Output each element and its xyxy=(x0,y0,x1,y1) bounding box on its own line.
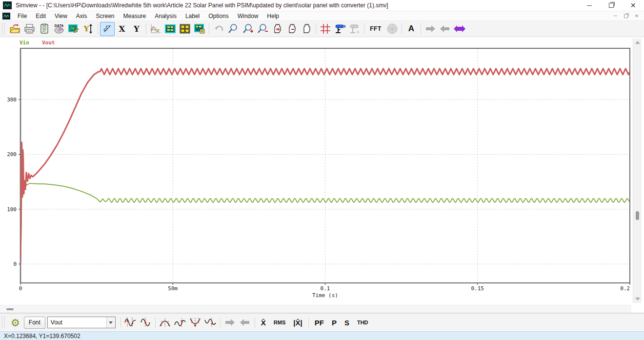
mark-point-button[interactable] xyxy=(138,316,153,329)
svg-text:0: 0 xyxy=(13,261,17,267)
font-button[interactable]: Font xyxy=(24,317,45,329)
y-range-button[interactable]: Y xyxy=(81,22,96,36)
abs-average-button[interactable]: |X̄| xyxy=(289,319,306,327)
svg-text:50m: 50m xyxy=(168,285,178,292)
grid-button[interactable] xyxy=(318,22,333,36)
pan-button[interactable] xyxy=(299,22,314,36)
merge-screen-button[interactable] xyxy=(192,22,207,36)
prev-page-button[interactable] xyxy=(438,22,452,36)
power-factor-button[interactable]: PF xyxy=(311,319,328,327)
y-axis-label: Y xyxy=(134,24,139,34)
close-button[interactable]: ✕ xyxy=(622,0,644,11)
font-label: Font xyxy=(29,319,40,326)
pan-measure-icon xyxy=(271,23,283,35)
toolbar-separator xyxy=(364,23,364,34)
swap-view-button[interactable] xyxy=(452,22,467,36)
find-max-icon xyxy=(159,316,171,329)
svg-text:Time (s): Time (s) xyxy=(312,292,338,299)
fft-options-button[interactable] xyxy=(385,22,400,36)
menu-window[interactable]: Window xyxy=(233,12,263,20)
vertical-scroll-track[interactable] xyxy=(633,46,642,295)
multi-screen-button[interactable] xyxy=(178,22,192,36)
mdi-close-button[interactable]: ✕ xyxy=(631,12,642,20)
y-axis-button[interactable]: Y xyxy=(129,22,144,36)
zoom-in-button[interactable] xyxy=(241,22,255,36)
waveform-plot[interactable]: 0100200300050m0.10.150.2Time (s)VinVout xyxy=(0,38,631,305)
measure-cursor-icon xyxy=(124,316,137,329)
prev-measure-button[interactable] xyxy=(238,316,253,329)
signal-select[interactable]: Vout xyxy=(47,317,116,328)
find-max-button[interactable] xyxy=(158,316,173,329)
restore-button[interactable] xyxy=(600,0,622,11)
find-min-button[interactable] xyxy=(188,316,203,329)
open-icon xyxy=(9,23,21,34)
toolbar-separator xyxy=(255,317,255,328)
menu-screen[interactable]: Screen xyxy=(92,12,119,20)
vertical-scroll-thumb[interactable] xyxy=(636,211,639,220)
find-next-min-icon xyxy=(204,316,217,329)
average-button[interactable]: X̄ xyxy=(257,319,270,327)
x-axis-label: X xyxy=(119,24,125,34)
open-button[interactable] xyxy=(8,22,22,36)
menu-edit[interactable]: Edit xyxy=(31,12,50,20)
menu-file[interactable]: File xyxy=(13,12,31,20)
find-next-max-button[interactable] xyxy=(173,316,188,329)
horizontal-scrollbar[interactable] xyxy=(0,305,631,313)
replot-button[interactable] xyxy=(148,22,163,36)
toolbar-grip[interactable] xyxy=(2,23,5,35)
menu-options[interactable]: Options xyxy=(204,12,233,20)
prev-arrow-icon xyxy=(439,24,451,33)
vertical-scrollbar[interactable] xyxy=(633,39,642,303)
toolbar-separator xyxy=(308,317,309,328)
scroll-down-icon[interactable] xyxy=(635,298,640,300)
next-measure-button[interactable] xyxy=(222,316,238,329)
document-icon[interactable] xyxy=(2,13,10,20)
mdi-restore-button[interactable] xyxy=(621,12,631,20)
gear-icon[interactable]: ⚙ xyxy=(11,318,20,328)
mdi-minimize-button[interactable] xyxy=(610,12,621,20)
menu-axis[interactable]: Axis xyxy=(72,12,92,20)
real-power-button[interactable]: P xyxy=(328,319,341,327)
app-icon xyxy=(3,1,12,9)
add-curve-button[interactable] xyxy=(66,22,81,36)
cursor-button[interactable] xyxy=(100,22,115,36)
thd-button[interactable]: THD xyxy=(353,320,372,325)
x-axis-button[interactable]: X xyxy=(115,22,129,36)
zoom-in-icon xyxy=(242,23,254,35)
horizontal-scroll-thumb[interactable] xyxy=(6,308,14,310)
menu-analysis[interactable]: Analysis xyxy=(150,12,181,20)
toolbar-separator xyxy=(316,23,316,34)
pan-measure-button[interactable] xyxy=(270,22,284,36)
minimize-icon xyxy=(614,16,617,16)
add-text-button[interactable]: A xyxy=(404,22,419,36)
menu-view[interactable]: View xyxy=(50,12,72,20)
find-next-max-icon xyxy=(174,316,186,329)
menu-label[interactable]: Label xyxy=(181,12,204,20)
measure-tool-button[interactable] xyxy=(333,22,347,36)
next-page-button[interactable] xyxy=(423,22,438,36)
fft-button[interactable]: FFT xyxy=(366,22,385,36)
apparent-power-button[interactable]: S xyxy=(341,319,353,327)
dropdown-button[interactable] xyxy=(106,317,115,328)
scroll-up-icon[interactable] xyxy=(635,41,640,44)
menu-measure[interactable]: Measure xyxy=(119,12,151,20)
undo-button[interactable] xyxy=(211,22,226,36)
pan-remove-button[interactable] xyxy=(284,22,299,36)
clipboard-button[interactable] xyxy=(37,22,52,36)
toolbar-grip[interactable] xyxy=(2,317,5,328)
menu-help[interactable]: Help xyxy=(262,12,283,20)
zoom-out-button[interactable] xyxy=(255,22,270,36)
window-title: Simview - - [C:\Users\HP\Downloads\Wired… xyxy=(16,2,388,9)
chart-canvas[interactable]: 0100200300050m0.10.150.2Time (s)VinVout xyxy=(0,38,631,305)
zoom-button[interactable] xyxy=(226,22,241,36)
rms-button[interactable]: RMS xyxy=(270,320,289,325)
y-range-icon: Y xyxy=(83,23,94,34)
next-arrow-icon xyxy=(223,318,236,327)
measure-disabled-button[interactable]: A xyxy=(347,22,362,36)
simulate-data-button[interactable]: DATA xyxy=(52,22,66,36)
measure-cursor-button[interactable] xyxy=(123,316,138,329)
print-button[interactable] xyxy=(22,22,37,36)
find-next-min-button[interactable] xyxy=(203,316,218,329)
screen-button[interactable] xyxy=(163,22,178,36)
minimize-button[interactable] xyxy=(578,0,600,11)
